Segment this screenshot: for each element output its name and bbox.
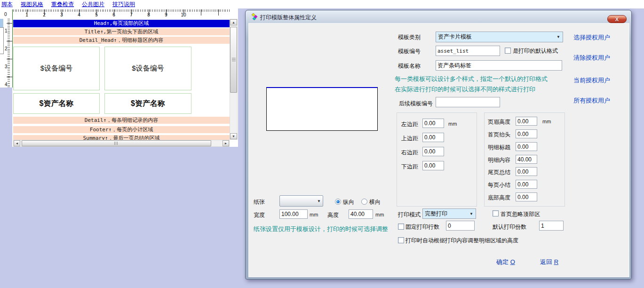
ruler-number: 4 — [5, 82, 8, 87]
portrait-label: 纵向 — [343, 198, 354, 206]
close-button[interactable]: X — [607, 15, 627, 23]
band-detail-head[interactable]: Detail_Head↑，明细标题区的内容 — [13, 37, 230, 44]
margin-bottom-label: 下边距 — [401, 163, 418, 171]
print-mode-label: 打印模式 — [398, 211, 421, 219]
field-box-device-no[interactable]: $设备编号 — [13, 47, 100, 90]
height-row-label: 明细内容 — [488, 156, 510, 164]
menu-bar: 脚本 视图风格 重叠检查 公共图片 技巧说明 — [0, 0, 644, 8]
band-head[interactable]: Head↑,每页顶部的区域 — [13, 20, 230, 27]
chevron-down-icon: ▼ — [555, 32, 562, 42]
paper-height-unit: mm — [375, 212, 384, 217]
height-row-input[interactable] — [516, 142, 537, 151]
fixed-rows-label: 固定打印行数 — [405, 223, 439, 231]
field-asset-name: $资产名称 — [40, 99, 74, 109]
menu-item-public-images[interactable]: 公共图片 — [82, 0, 104, 8]
skip-top-label: 首页忽略顶部区 — [501, 210, 540, 218]
paper-height-input[interactable] — [349, 209, 373, 219]
height-row-input[interactable] — [516, 129, 537, 138]
scroll-up-icon[interactable]: ▲ — [230, 19, 237, 25]
ruler-number: 3 — [5, 64, 8, 69]
ruler-number: 4 — [78, 12, 80, 17]
band-title[interactable]: Title↑,第一页抬头下面的区域 — [13, 28, 230, 35]
fixed-rows-input[interactable] — [446, 221, 475, 231]
height-row-label: 页眉高度 — [488, 118, 510, 126]
band-summary[interactable]: Summary↑，最后一页总结的区域 — [13, 135, 230, 140]
menu-item-script[interactable]: 脚本 — [1, 0, 13, 8]
margin-bottom-input[interactable] — [422, 161, 444, 170]
scrollbar-thumb[interactable] — [22, 140, 211, 146]
scrollbar-thumb[interactable] — [230, 27, 237, 93]
band-footer[interactable]: Footer↑，每页的小计区域 — [13, 126, 230, 133]
height-unit: mm — [542, 119, 551, 124]
scroll-down-icon[interactable]: ▼ — [230, 133, 237, 139]
dialog-title-bar[interactable]: 打印模版整体属性定义 — [246, 10, 631, 23]
menu-item-overlap-check[interactable]: 重叠检查 — [51, 0, 74, 8]
height-row-input[interactable] — [516, 192, 537, 201]
landscape-label: 横向 — [369, 198, 381, 206]
field-box-device-no[interactable]: $设备编号 — [104, 47, 191, 90]
clear-authorized-users-link[interactable]: 清除授权用户 — [573, 54, 610, 62]
margin-left-input[interactable] — [422, 119, 444, 128]
note-line1: 每一类模板可以设计多个样式，指定一个默认的打印格式 — [395, 75, 548, 83]
paper-height-label: 高度 — [327, 211, 339, 219]
note-line2: 在实际进行打印的时候可以选择不同的样式进行打印 — [395, 85, 535, 94]
margin-right-input[interactable] — [422, 147, 444, 156]
field-box-asset-name[interactable]: $资产名称 — [13, 93, 100, 114]
thumb-grip — [232, 58, 236, 62]
code-input[interactable] — [436, 46, 500, 56]
dialog-icon — [251, 13, 258, 20]
vertical-ruler — [3, 19, 12, 88]
paper-width-input[interactable] — [279, 209, 308, 219]
copies-label: 默认打印份数 — [493, 223, 526, 231]
thumb-grip — [114, 142, 119, 145]
paper-dropdown[interactable]: ▼ — [279, 195, 323, 207]
close-icon: X — [615, 16, 619, 22]
skip-top-checkbox[interactable] — [493, 210, 499, 216]
page-origin-line — [12, 9, 13, 88]
default-format-checkbox[interactable] — [505, 48, 511, 54]
height-row-label: 底部高度 — [488, 194, 510, 202]
current-authorized-users-link[interactable]: 当前授权用户 — [573, 76, 610, 85]
auto-adjust-checkbox[interactable] — [398, 237, 404, 243]
landscape-radio[interactable] — [361, 199, 367, 205]
chevron-down-icon: ▼ — [317, 196, 321, 206]
select-authorized-users-link[interactable]: 选择授权用户 — [573, 33, 610, 42]
horizontal-scrollbar[interactable]: ◄ ► — [13, 140, 230, 147]
scroll-left-icon[interactable]: ◄ — [14, 140, 20, 146]
name-input[interactable] — [436, 60, 562, 71]
ruler-number: 6 — [112, 12, 115, 17]
field-box-asset-name[interactable]: $资产名称 — [104, 93, 191, 114]
scroll-right-icon[interactable]: ► — [223, 140, 229, 146]
next-code-input[interactable] — [436, 97, 500, 107]
print-template-properties-dialog: 打印模版整体属性定义 X 模板类别 资产卡片模板 ▼ 选择授权用户 模板编号 是… — [245, 10, 632, 280]
default-format-label: 是打印的默认格式 — [513, 47, 558, 55]
menu-item-tips[interactable]: 技巧说明 — [112, 0, 135, 8]
category-value: 资产卡片模板 — [438, 33, 472, 41]
ruler-number: 3 — [60, 12, 63, 17]
height-row-input[interactable] — [516, 180, 537, 189]
height-row-input[interactable] — [516, 155, 537, 164]
height-row-input[interactable] — [516, 117, 537, 126]
paper-note: 纸张设置仅用于模板设计，打印的时候可选择调整 — [254, 225, 388, 233]
menu-item-view-style[interactable]: 视图风格 — [21, 0, 43, 8]
vertical-scrollbar[interactable]: ▲ ▼ — [230, 19, 238, 140]
ok-button[interactable]: 确定 O — [496, 258, 515, 266]
copies-input[interactable] — [539, 221, 564, 231]
screen: 脚本 视图风格 重叠检查 公共图片 技巧说明 0 1 2 3 4 5 6 7 8… — [0, 0, 644, 288]
height-row-input[interactable] — [516, 167, 537, 176]
field-device-no: $设备编号 — [40, 64, 72, 73]
fixed-rows-checkbox[interactable] — [398, 224, 404, 230]
margin-top-input[interactable] — [422, 133, 444, 142]
name-label: 模板名称 — [398, 62, 421, 70]
page-preview-box — [266, 87, 378, 131]
back-button[interactable]: 返回 R — [540, 258, 558, 266]
margin-right-label: 右边距 — [401, 149, 418, 157]
ruler-number: 7 — [130, 12, 133, 17]
ruler-number: 2 — [43, 12, 46, 17]
all-authorized-users-link[interactable]: 所有授权用户 — [573, 96, 610, 105]
code-label: 模板编号 — [398, 48, 421, 56]
category-dropdown[interactable]: 资产卡片模板 ▼ — [436, 32, 563, 42]
band-detail[interactable]: Detail↑，每条明细记录的内容 — [13, 117, 230, 124]
print-mode-dropdown[interactable]: 完整打印 ▼ — [422, 208, 476, 219]
portrait-radio[interactable] — [335, 199, 341, 205]
